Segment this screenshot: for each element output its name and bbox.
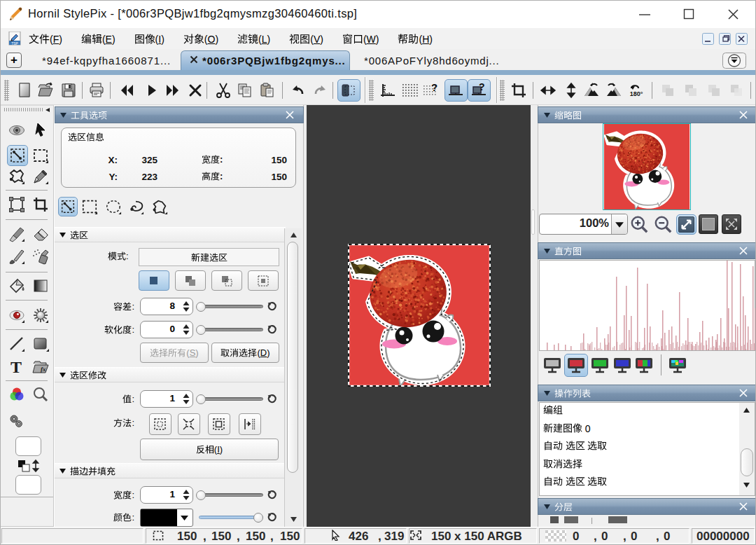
svg-text:fx: fx (41, 366, 46, 373)
svg-text:?: ? (431, 81, 438, 93)
svg-text:T: T (10, 358, 22, 376)
svg-text:?: ? (479, 81, 485, 92)
svg-text:180°: 180° (630, 90, 643, 97)
svg-text:TSP: TSP (11, 41, 18, 46)
